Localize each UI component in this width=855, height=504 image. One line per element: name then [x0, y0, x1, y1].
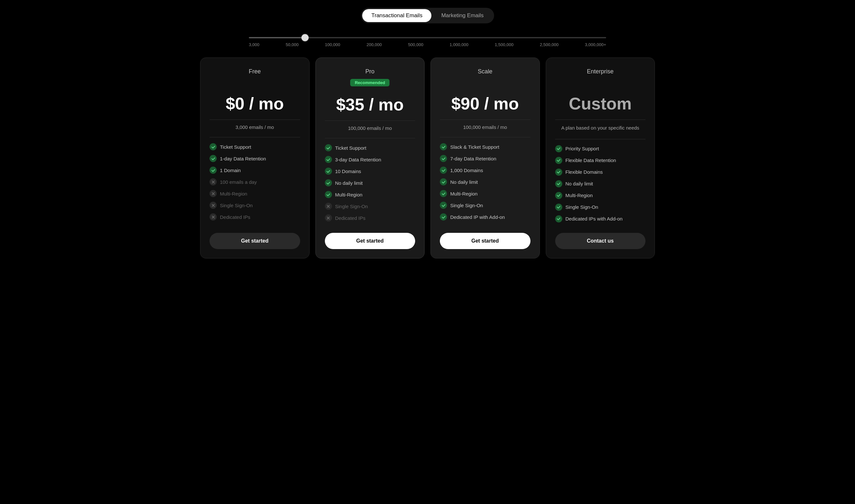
cross-icon — [325, 214, 332, 221]
list-item: 10 Domains — [325, 167, 415, 175]
list-item: 1-day Data Retention — [210, 155, 300, 162]
free-feature-3-label: 100 emails a day — [220, 179, 256, 185]
enterprise-feature-4-label: Multi-Region — [566, 193, 593, 198]
free-cta-button[interactable]: Get started — [210, 233, 300, 249]
enterprise-price: Custom — [555, 94, 646, 113]
pro-title: Pro — [325, 68, 415, 75]
free-emails: 3,000 emails / mo — [210, 124, 300, 130]
list-item: Dedicated IPs — [325, 214, 415, 221]
free-title: Free — [210, 68, 300, 75]
enterprise-feature-2-label: Flexible Domains — [566, 169, 603, 175]
slider-container: 3,00050,000100,000200,000500,0001,000,00… — [249, 34, 606, 47]
list-item: Flexible Domains — [555, 168, 646, 176]
scale-price-divider — [440, 120, 531, 120]
check-icon — [210, 143, 217, 150]
enterprise-feature-0-label: Priority Support — [566, 146, 599, 151]
check-icon — [440, 178, 447, 185]
free-feature-5-label: Single Sign-On — [220, 203, 253, 208]
pricing-cards: Free$0 / mo3,000 emails / moTicket Suppo… — [200, 57, 655, 258]
pro-feature-0-label: Ticket Support — [335, 145, 367, 151]
tab-transactional[interactable]: Transactional Emails — [362, 9, 431, 22]
pro-features-list: Ticket Support3-day Data Retention10 Dom… — [325, 144, 415, 222]
pro-recommended-badge: Recommended — [350, 79, 390, 86]
enterprise-features-divider — [555, 139, 646, 139]
scale-cta-button[interactable]: Get started — [440, 233, 531, 249]
list-item: Priority Support — [555, 145, 646, 152]
list-item: 1 Domain — [210, 167, 300, 174]
scale-price: $90 / mo — [440, 94, 531, 113]
enterprise-description: A plan based on your specific needs — [555, 124, 646, 132]
free-feature-2-label: 1 Domain — [220, 167, 241, 173]
free-price: $0 / mo — [210, 94, 300, 113]
scale-feature-5-label: Single Sign-On — [450, 203, 483, 208]
pro-price: $35 / mo — [325, 95, 415, 114]
list-item: Ticket Support — [210, 143, 300, 150]
list-item: Dedicated IPs — [210, 213, 300, 220]
list-item: Flexible Data Retention — [555, 157, 646, 164]
enterprise-features-list: Priority SupportFlexible Data RetentionF… — [555, 145, 646, 222]
list-item: No daily limit — [440, 178, 531, 185]
check-icon — [555, 145, 562, 152]
cross-icon — [210, 190, 217, 197]
check-icon — [325, 179, 332, 186]
pro-feature-3-label: No daily limit — [335, 180, 363, 186]
check-icon — [440, 202, 447, 209]
list-item: No daily limit — [555, 180, 646, 187]
scale-feature-0-label: Slack & Ticket Support — [450, 144, 499, 150]
list-item: 3-day Data Retention — [325, 156, 415, 163]
enterprise-feature-1-label: Flexible Data Retention — [566, 158, 616, 163]
slider-labels: 3,00050,000100,000200,000500,0001,000,00… — [249, 42, 606, 47]
list-item: Single Sign-On — [440, 202, 531, 209]
check-icon — [440, 213, 447, 220]
check-icon — [440, 155, 447, 162]
scale-feature-4-label: Multi-Region — [450, 191, 478, 196]
cross-icon — [210, 202, 217, 209]
card-scale: Scale$90 / mo100,000 emails / moSlack & … — [430, 57, 540, 258]
free-badge-row — [210, 79, 300, 88]
pro-features-divider — [325, 138, 415, 138]
check-icon — [555, 157, 562, 164]
check-icon — [440, 143, 447, 150]
scale-title: Scale — [440, 68, 531, 75]
list-item: Multi-Region — [440, 190, 531, 197]
card-pro: ProRecommended$35 / mo100,000 emails / m… — [316, 57, 425, 258]
pro-cta-button[interactable]: Get started — [325, 233, 415, 249]
check-icon — [325, 191, 332, 198]
list-item: Slack & Ticket Support — [440, 143, 531, 150]
list-item: Ticket Support — [325, 144, 415, 151]
check-icon — [325, 167, 332, 175]
free-features-list: Ticket Support1-day Data Retention1 Doma… — [210, 143, 300, 222]
list-item: Dedicated IP with Add-on — [440, 213, 531, 220]
enterprise-feature-6-label: Dedicated IPs with Add-on — [566, 216, 623, 221]
list-item: Multi-Region — [325, 191, 415, 198]
free-feature-1-label: 1-day Data Retention — [220, 156, 266, 161]
scale-features-list: Slack & Ticket Support7-day Data Retenti… — [440, 143, 531, 222]
check-icon — [555, 168, 562, 176]
pro-feature-1-label: 3-day Data Retention — [335, 157, 381, 162]
check-icon — [210, 155, 217, 162]
pro-badge-row: Recommended — [325, 79, 415, 89]
list-item: Multi-Region — [555, 192, 646, 199]
cross-icon — [210, 213, 217, 220]
list-item: Single Sign-On — [325, 203, 415, 210]
list-item: 7-day Data Retention — [440, 155, 531, 162]
pro-feature-5-label: Single Sign-On — [335, 204, 368, 209]
enterprise-feature-5-label: Single Sign-On — [566, 204, 599, 210]
check-icon — [555, 192, 562, 199]
volume-slider[interactable] — [249, 37, 606, 38]
enterprise-price-divider — [555, 120, 646, 120]
cross-icon — [325, 203, 332, 210]
free-feature-6-label: Dedicated IPs — [220, 214, 250, 220]
scale-feature-6-label: Dedicated IP with Add-on — [450, 214, 505, 220]
pro-feature-4-label: Multi-Region — [335, 192, 362, 197]
enterprise-cta-button[interactable]: Contact us — [555, 233, 646, 249]
card-enterprise: EnterpriseCustomA plan based on your spe… — [546, 57, 655, 258]
enterprise-feature-3-label: No daily limit — [566, 181, 593, 186]
tab-switch: Transactional Emails Marketing Emails — [361, 8, 494, 23]
cross-icon — [210, 178, 217, 185]
check-icon — [555, 204, 562, 211]
enterprise-title: Enterprise — [555, 68, 646, 75]
enterprise-badge-row — [555, 79, 646, 88]
scale-badge-row — [440, 79, 531, 88]
tab-marketing[interactable]: Marketing Emails — [432, 9, 493, 22]
